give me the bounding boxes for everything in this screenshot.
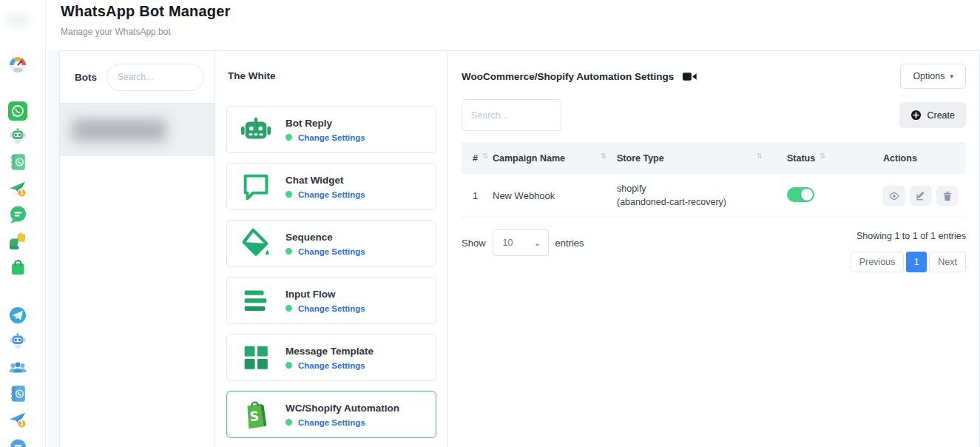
telegram-bot-icon[interactable] [8, 332, 27, 351]
feature-card-chat-widget[interactable]: Chat Widget Change Settings [226, 163, 436, 210]
svg-text:S: S [249, 409, 260, 424]
trash-icon [942, 191, 953, 201]
change-settings-link[interactable]: Change Settings [298, 247, 365, 256]
store-type-line1: shopify [617, 183, 787, 196]
status-cell [787, 187, 883, 204]
feature-card-title: WC/Shopify Automation [285, 403, 399, 414]
create-button[interactable]: Create [899, 102, 966, 128]
telegram-icon[interactable] [8, 306, 27, 325]
page-size-select[interactable]: 10 ⌄ [493, 229, 549, 256]
background-strip [47, 50, 59, 447]
actions-cell [883, 186, 966, 206]
settings-title: WooCommerce/Shopify Automation Settings [462, 71, 674, 82]
feature-card-list: Bot Reply Change Settings Chat Widget [226, 106, 436, 438]
telegram-group-icon[interactable] [8, 358, 27, 377]
whatsapp-campaign-icon[interactable]: 1 [8, 179, 27, 198]
feature-card-input-flow[interactable]: Input Flow Change Settings [226, 277, 436, 324]
sort-icon: ⇅ [601, 152, 606, 160]
feature-card-text: Input Flow Change Settings [285, 289, 365, 313]
bot-manager-card: Bots The White [59, 50, 980, 447]
column-header-campaign-name[interactable]: Campaign Name⇅ [493, 153, 617, 164]
sort-icon: ⇅ [482, 152, 488, 160]
change-settings-link[interactable]: Change Settings [298, 361, 365, 370]
status-dot [285, 248, 292, 255]
whatsapp-contacts-icon[interactable] [8, 152, 27, 172]
change-settings-link[interactable]: Change Settings [298, 418, 365, 427]
whatsapp-icon[interactable] [8, 101, 27, 121]
page-subtitle: Manage your WhatsApp bot [61, 27, 231, 37]
bots-label: Bots [75, 72, 97, 83]
change-settings-link[interactable]: Change Settings [298, 133, 365, 142]
bots-panel-header: Bots [60, 51, 214, 104]
feature-card-text: Sequence Change Settings [285, 232, 365, 256]
pagination-block: Showing 1 to 1 of 1 entries Previous 1 N… [851, 229, 966, 272]
table-header-row: #⇅ Campaign Name⇅ Store Type⇅ Status⇅ Ac… [462, 142, 966, 174]
status-dot [285, 362, 292, 369]
entries-label: entries [555, 238, 584, 249]
svg-text:1: 1 [20, 420, 24, 427]
feature-card-text: WC/Shopify Automation Change Settings [285, 403, 399, 427]
feature-card-text: Bot Reply Change Settings [285, 118, 365, 142]
change-settings-link[interactable]: Change Settings [298, 304, 365, 313]
feature-card-title: Sequence [285, 232, 365, 243]
bars-icon [239, 283, 273, 317]
telegram-campaign-icon[interactable]: 1 [8, 410, 27, 429]
sort-icon: ⇅ [820, 152, 825, 160]
chat-bubble-icon [239, 169, 273, 204]
telegram-chat-icon[interactable] [8, 438, 27, 447]
telegram-contacts-icon[interactable] [8, 384, 27, 403]
column-header-num[interactable]: #⇅ [462, 153, 493, 164]
grid-icon [239, 340, 273, 374]
feature-card-sequence[interactable]: Sequence Change Settings [226, 220, 436, 267]
eye-icon [889, 191, 899, 201]
bots-search-input[interactable] [107, 64, 204, 91]
current-page-button[interactable]: 1 [906, 252, 927, 272]
store-type-cell: shopify (abandoned-cart-recovery) [617, 183, 787, 209]
page-size-value: 10 [503, 238, 513, 248]
store-type-line2: (abandoned-cart-recovery) [617, 196, 787, 209]
feature-card-message-template[interactable]: Message Template Change Settings [226, 334, 436, 381]
status-toggle[interactable] [787, 187, 814, 202]
whatsapp-bot-icon[interactable] [8, 127, 27, 146]
integration-icon[interactable] [8, 232, 27, 251]
svg-text:1: 1 [20, 189, 24, 196]
feature-card-title: Bot Reply [285, 118, 365, 129]
change-settings-link[interactable]: Change Settings [298, 190, 365, 199]
options-button[interactable]: Options ▾ [900, 64, 966, 89]
showing-entries-text: Showing 1 to 1 of 1 entries [851, 231, 966, 241]
status-dot [285, 134, 292, 141]
page-title: WhatsApp Bot Manager [61, 3, 231, 20]
settings-title-row: WooCommerce/Shopify Automation Settings … [462, 63, 966, 90]
table-row: 1 New Webhook shopify (abandoned-cart-re… [462, 174, 966, 218]
delete-button[interactable] [936, 186, 959, 206]
video-tutorial-icon[interactable] [683, 72, 697, 81]
column-header-store-type[interactable]: Store Type⇅ [617, 153, 787, 164]
bot-name-redacted [72, 119, 166, 141]
column-header-status[interactable]: Status⇅ [787, 153, 883, 164]
chevron-down-icon: ▾ [950, 73, 953, 80]
feature-card-wc-shopify-automation[interactable]: S WC/Shopify Automation Change Settings [226, 391, 436, 438]
status-dot [285, 191, 292, 198]
status-dot [285, 419, 292, 426]
bot-list-item-selected[interactable] [60, 104, 214, 156]
shopify-bag-icon: S [239, 397, 273, 431]
feature-card-bot-reply[interactable]: Bot Reply Change Settings [226, 106, 436, 153]
robot-icon [239, 112, 273, 147]
create-label: Create [927, 110, 955, 121]
paint-bucket-icon [239, 226, 273, 261]
table-toolbar: Create [462, 99, 966, 131]
page-size-control: Show 10 ⌄ entries [462, 229, 584, 256]
store-icon[interactable] [8, 258, 27, 277]
dashboard-icon[interactable] [8, 56, 27, 75]
page-header: WhatsApp Bot Manager Manage your WhatsAp… [61, 3, 231, 37]
whatsapp-chat-icon[interactable] [8, 205, 27, 224]
view-button[interactable] [883, 186, 905, 206]
previous-page-button[interactable]: Previous [851, 252, 905, 272]
status-dot [285, 305, 292, 312]
edit-button[interactable] [910, 186, 932, 206]
show-label: Show [462, 238, 486, 249]
bot-name-title: The White [228, 70, 436, 81]
next-page-button[interactable]: Next [929, 252, 966, 272]
table-search-input[interactable] [462, 99, 561, 131]
bot-features-panel: The White Bot Reply [215, 51, 448, 447]
